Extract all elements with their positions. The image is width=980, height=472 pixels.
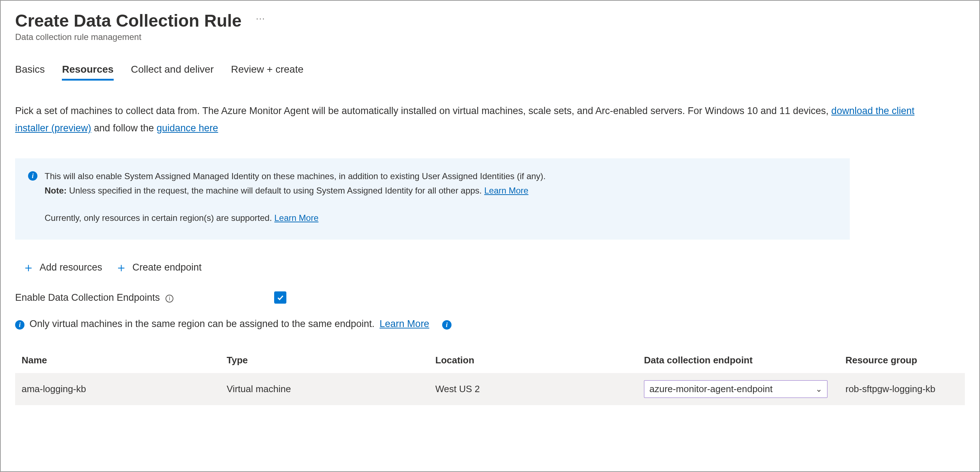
info-line1: This will also enable System Assigned Ma… <box>45 171 546 181</box>
wizard-tabs: Basics Resources Collect and deliver Rev… <box>15 64 965 81</box>
enable-dce-checkbox[interactable] <box>274 291 286 304</box>
info-note-label: Note: <box>45 186 67 195</box>
col-rg: Resource group <box>845 355 958 366</box>
info-icon: i <box>15 320 24 329</box>
add-resources-button[interactable]: ＋ Add resources <box>22 261 102 273</box>
chevron-down-icon: ⌄ <box>816 385 822 394</box>
info-icon: i <box>442 320 452 329</box>
col-name: Name <box>22 355 227 366</box>
page-subtitle: Data collection rule management <box>15 32 965 42</box>
info-learn-more-1[interactable]: Learn More <box>484 186 528 195</box>
tab-basics[interactable]: Basics <box>15 64 45 81</box>
endpoint-note-text: Only virtual machines in the same region… <box>30 318 374 329</box>
tab-review-create[interactable]: Review + create <box>231 64 304 81</box>
create-endpoint-button[interactable]: ＋ Create endpoint <box>115 261 202 273</box>
check-icon <box>276 294 284 302</box>
add-resources-label: Add resources <box>40 262 102 273</box>
plus-icon: ＋ <box>115 261 127 273</box>
cell-name: ama-logging-kb <box>22 383 227 395</box>
info-note-text: Unless specified in the request, the mac… <box>69 186 484 195</box>
table-header: Name Type Location Data collection endpo… <box>15 348 965 373</box>
intro-part1: Pick a set of machines to collect data f… <box>15 105 831 116</box>
resources-table: Name Type Location Data collection endpo… <box>15 348 965 405</box>
plus-icon: ＋ <box>22 261 35 273</box>
cell-type: Virtual machine <box>227 383 435 395</box>
enable-dce-row: Enable Data Collection Endpoints i <box>15 291 965 304</box>
tab-collect-deliver[interactable]: Collect and deliver <box>131 64 214 81</box>
endpoint-learn-more-link[interactable]: Learn More <box>380 318 429 329</box>
tab-resources[interactable]: Resources <box>62 64 113 81</box>
dce-selected-value: azure-monitor-agent-endpoint <box>649 383 773 395</box>
cell-rg: rob-sftpgw-logging-kb <box>845 383 958 395</box>
info-box: i This will also enable System Assigned … <box>15 158 850 240</box>
action-bar: ＋ Add resources ＋ Create endpoint <box>15 261 965 273</box>
table-row[interactable]: ama-logging-kb Virtual machine West US 2… <box>15 373 965 405</box>
dce-select[interactable]: azure-monitor-agent-endpoint ⌄ <box>644 380 827 398</box>
enable-dce-label: Enable Data Collection Endpoints <box>15 292 160 303</box>
more-actions-icon[interactable]: ··· <box>256 13 265 23</box>
col-type: Type <box>227 355 435 366</box>
col-dce: Data collection endpoint <box>644 355 845 366</box>
info-icon: i <box>28 171 37 181</box>
intro-text: Pick a set of machines to collect data f… <box>15 102 922 137</box>
info-body: This will also enable System Assigned Ma… <box>45 169 546 225</box>
col-location: Location <box>435 355 644 366</box>
info-learn-more-2[interactable]: Learn More <box>275 213 319 223</box>
page-title: Create Data Collection Rule <box>15 11 242 30</box>
info-line2: Currently, only resources in certain reg… <box>45 213 275 223</box>
create-endpoint-label: Create endpoint <box>132 262 202 273</box>
guidance-link[interactable]: guidance here <box>156 123 218 133</box>
help-icon[interactable]: i <box>165 295 173 302</box>
cell-location: West US 2 <box>435 383 644 395</box>
endpoint-note: i Only virtual machines in the same regi… <box>15 318 965 329</box>
intro-part2: and follow the <box>94 123 156 133</box>
